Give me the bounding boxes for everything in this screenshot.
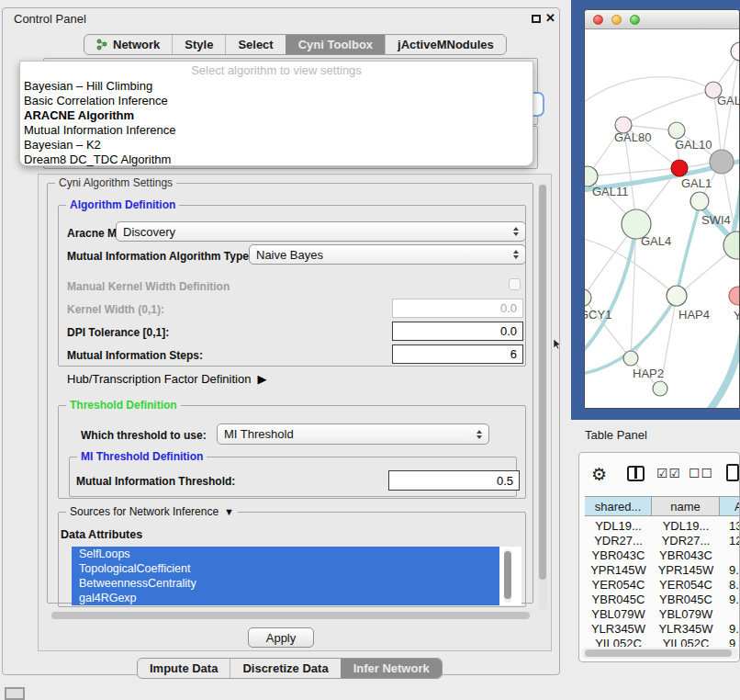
node-partial-corner[interactable] — [731, 42, 739, 61]
attribute-item-selected[interactable]: gal4RGexp — [72, 591, 499, 605]
tab-jactivemnodules[interactable]: jActiveMNodules — [385, 35, 506, 54]
dropdown-item[interactable]: Bayesian – Hill Climbing — [20, 79, 533, 94]
dropdown-item[interactable]: Bayesian – K2 — [20, 138, 533, 152]
table-row[interactable]: YLR345WYLR345W9. — [585, 622, 740, 637]
tab-style[interactable]: Style — [172, 35, 225, 54]
manual-kernel-label: Manual Kernel Width Definition — [67, 280, 230, 293]
attribute-item-selected[interactable]: SelfLoops — [72, 547, 499, 561]
attributes-list-scrollbar[interactable] — [504, 549, 511, 603]
tab-infer-network[interactable]: Infer Network — [341, 659, 442, 678]
tab-network[interactable]: Network — [84, 35, 172, 54]
table-row[interactable]: YER054CYER054C8. — [585, 578, 740, 593]
column-header-shared[interactable]: shared... — [585, 496, 652, 516]
dropdown-item-selected[interactable]: ARACNE Algorithm — [20, 108, 533, 123]
network-window: GAL GAL80 GAL10 GAL1 GAL11 SWI4 GAL4 GCY… — [584, 9, 740, 409]
table-panel-title: Table Panel — [585, 428, 647, 442]
deselect-all-rows-icon[interactable]: ☐☐ — [689, 466, 713, 480]
mi-type-combo[interactable]: Naive Bayes — [249, 244, 526, 265]
node-gray[interactable] — [710, 150, 734, 174]
svg-text:GAL1: GAL1 — [681, 176, 712, 190]
network-node-labels: GAL GAL80 GAL10 GAL1 GAL11 SWI4 GAL4 GCY… — [585, 94, 739, 380]
spinner-arrows-icon — [513, 250, 519, 259]
column-layout-icon[interactable] — [627, 466, 645, 481]
tab-impute-data[interactable]: Impute Data — [138, 659, 230, 678]
dpi-tolerance-field[interactable]: 0.0 — [392, 322, 523, 341]
sources-group-title[interactable]: Sources for Network Inference ▼ — [66, 505, 238, 518]
network-tab-icon — [96, 39, 108, 51]
cyni-bottom-tabbar: Impute Data Discretize Data Infer Networ… — [137, 658, 443, 679]
dropdown-item[interactable]: Mutual Information Inference — [20, 123, 533, 138]
node-gal1-selected[interactable] — [671, 160, 688, 176]
tab-cyni-toolbox[interactable]: Cyni Toolbox — [286, 35, 385, 54]
mouse-cursor — [554, 337, 562, 354]
table-header-row: shared... name A — [579, 496, 740, 517]
algorithm-definition-title: Algorithm Definition — [66, 198, 179, 211]
column-header-partial[interactable]: A — [720, 496, 740, 516]
table-row[interactable]: YDL19...YDL19...13 — [585, 519, 740, 534]
dropdown-prompt: Select algorithm to view settings — [20, 62, 533, 79]
svg-text:Y: Y — [734, 309, 739, 322]
cyni-settings-title: Cyni Algorithm Settings — [55, 176, 176, 189]
new-column-icon[interactable] — [726, 464, 739, 481]
select-all-rows-icon[interactable]: ☑☑ — [656, 466, 681, 480]
node-gcy1[interactable] — [585, 289, 591, 306]
control-panel-tabbar: Network Style Select Cyni Toolbox jActiv… — [84, 34, 507, 55]
dpi-tolerance-label: DPI Tolerance [0,1]: — [67, 326, 169, 339]
svg-text:GAL4: GAL4 — [641, 234, 671, 248]
network-window-titlebar[interactable] — [585, 10, 739, 29]
minimized-panel-icon[interactable] — [5, 687, 25, 700]
tab-discretize-data[interactable]: Discretize Data — [230, 659, 340, 678]
which-threshold-combo[interactable]: MI Threshold — [217, 423, 489, 445]
svg-text:SWI4: SWI4 — [701, 213, 731, 227]
close-panel-icon[interactable]: ✕ — [545, 11, 555, 25]
table-settings-gear-icon[interactable]: ⚙ — [591, 464, 607, 485]
dropdown-item[interactable]: Basic Correlation Inference — [20, 94, 533, 108]
zoom-window-icon[interactable] — [630, 15, 640, 25]
node-swi4[interactable] — [690, 192, 709, 210]
mi-steps-label: Mutual Information Steps: — [67, 349, 203, 362]
node-hap2[interactable] — [623, 351, 638, 366]
table-horizontal-scrollbar[interactable] — [582, 648, 738, 659]
settings-horizontal-scrollbar[interactable] — [50, 610, 533, 620]
float-window-icon[interactable] — [532, 15, 541, 23]
data-attributes-list[interactable]: SelfLoops TopologicalCoefficient Between… — [72, 547, 521, 605]
manual-kernel-checkbox[interactable] — [509, 278, 521, 290]
algorithm-dropdown-list: Select algorithm to view settings Bayesi… — [19, 61, 533, 166]
which-threshold-label: Which threshold to use: — [81, 429, 207, 442]
table-row[interactable]: YBL079WYBL079W — [585, 607, 740, 622]
spinner-arrows-icon — [477, 430, 482, 439]
table-row[interactable]: YDR27...YDR27...12 — [585, 534, 740, 548]
mi-threshold-group-title: MI Threshold Definition — [77, 450, 207, 463]
hub-definition-toggle[interactable]: Hub/Transcription Factor Definition ▶ — [67, 372, 266, 386]
apply-button[interactable]: Apply — [248, 627, 314, 648]
attribute-item-selected[interactable]: BetweennessCentrality — [72, 576, 499, 591]
table-row[interactable]: YIL052CYIL052C9 — [585, 637, 740, 647]
threshold-definition-title: Threshold Definition — [66, 399, 181, 412]
settings-vertical-scrollbar[interactable] — [538, 183, 547, 611]
aracne-mode-combo[interactable]: Discovery — [116, 221, 526, 242]
kernel-width-field[interactable]: 0.0 — [392, 299, 523, 318]
collapsed-arrow-icon: ▶ — [257, 372, 266, 386]
node-salmon[interactable] — [729, 287, 739, 305]
attribute-item-selected[interactable]: TopologicalCoefficient — [72, 561, 499, 576]
node-hap4[interactable] — [667, 286, 687, 306]
network-canvas[interactable]: GAL GAL80 GAL10 GAL1 GAL11 SWI4 GAL4 GCY… — [585, 29, 739, 409]
node-bottom[interactable] — [653, 381, 667, 396]
table-panel: ⚙ ☑☑ ☐☐ shared... name A YDL19...YDL19..… — [578, 452, 740, 662]
table-rows: YDL19...YDL19...13 YDR27...YDR27...12 YB… — [585, 519, 740, 647]
dropdown-item[interactable]: Dream8 DC_TDC Algorithm — [20, 152, 533, 167]
node-gal10[interactable] — [668, 122, 685, 139]
mi-steps-field[interactable]: 6 — [392, 344, 523, 364]
column-header-name[interactable]: name — [652, 496, 720, 516]
table-row[interactable]: YBR045CYBR045C9. — [585, 593, 740, 607]
close-window-icon[interactable] — [593, 15, 603, 25]
table-row[interactable]: YBR043CYBR043C — [585, 548, 740, 563]
mi-threshold-field[interactable]: 0.5 — [388, 470, 520, 491]
table-row[interactable]: YPR145WYPR145W9. — [585, 563, 740, 578]
tab-select[interactable]: Select — [225, 35, 285, 54]
tab-network-label: Network — [113, 38, 160, 51]
minimize-window-icon[interactable] — [611, 15, 622, 25]
svg-text:GAL10: GAL10 — [675, 138, 712, 152]
svg-text:HAP2: HAP2 — [633, 367, 664, 380]
svg-text:GAL11: GAL11 — [592, 185, 629, 198]
